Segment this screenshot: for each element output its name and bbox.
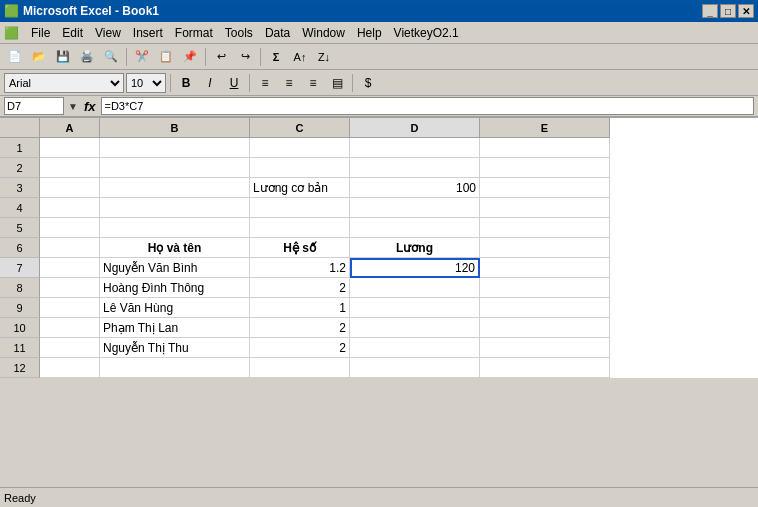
cell-b9[interactable]: Lê Văn Hùng: [100, 298, 250, 318]
print-preview-button[interactable]: 🔍: [100, 46, 122, 68]
cell-d11[interactable]: [350, 338, 480, 358]
col-header-b[interactable]: B: [100, 118, 250, 138]
cell-b10[interactable]: Phạm Thị Lan: [100, 318, 250, 338]
cell-c2[interactable]: [250, 158, 350, 178]
cell-a11[interactable]: [40, 338, 100, 358]
new-button[interactable]: 📄: [4, 46, 26, 68]
row-header-9[interactable]: 9: [0, 298, 40, 318]
cell-e9[interactable]: [480, 298, 610, 318]
col-header-c[interactable]: C: [250, 118, 350, 138]
row-header-4[interactable]: 4: [0, 198, 40, 218]
cell-a10[interactable]: [40, 318, 100, 338]
save-button[interactable]: 💾: [52, 46, 74, 68]
undo-button[interactable]: ↩: [210, 46, 232, 68]
cell-d7[interactable]: 120: [350, 258, 480, 278]
menu-data[interactable]: Data: [259, 24, 296, 42]
italic-button[interactable]: I: [199, 72, 221, 94]
bold-button[interactable]: B: [175, 72, 197, 94]
cell-a1[interactable]: [40, 138, 100, 158]
cell-a5[interactable]: [40, 218, 100, 238]
cell-b6[interactable]: Họ và tên: [100, 238, 250, 258]
menu-edit[interactable]: Edit: [56, 24, 89, 42]
menu-format[interactable]: Format: [169, 24, 219, 42]
copy-button[interactable]: 📋: [155, 46, 177, 68]
cell-a4[interactable]: [40, 198, 100, 218]
align-left-button[interactable]: ≡: [254, 72, 276, 94]
cell-e12[interactable]: [480, 358, 610, 378]
cell-c9[interactable]: 1: [250, 298, 350, 318]
cell-b3[interactable]: [100, 178, 250, 198]
cell-c10[interactable]: 2: [250, 318, 350, 338]
menu-tools[interactable]: Tools: [219, 24, 259, 42]
row-header-12[interactable]: 12: [0, 358, 40, 378]
row-header-6[interactable]: 6: [0, 238, 40, 258]
row-header-2[interactable]: 2: [0, 158, 40, 178]
cell-b2[interactable]: [100, 158, 250, 178]
cell-a9[interactable]: [40, 298, 100, 318]
cell-c5[interactable]: [250, 218, 350, 238]
row-header-3[interactable]: 3: [0, 178, 40, 198]
cell-c12[interactable]: [250, 358, 350, 378]
row-header-7[interactable]: 7: [0, 258, 40, 278]
font-selector[interactable]: Arial: [4, 73, 124, 93]
col-header-a[interactable]: A: [40, 118, 100, 138]
row-header-10[interactable]: 10: [0, 318, 40, 338]
cell-c11[interactable]: 2: [250, 338, 350, 358]
cell-b4[interactable]: [100, 198, 250, 218]
currency-button[interactable]: $: [357, 72, 379, 94]
minimize-button[interactable]: _: [702, 4, 718, 18]
row-header-11[interactable]: 11: [0, 338, 40, 358]
cell-b1[interactable]: [100, 138, 250, 158]
cell-a2[interactable]: [40, 158, 100, 178]
cell-d12[interactable]: [350, 358, 480, 378]
cell-e7[interactable]: [480, 258, 610, 278]
redo-button[interactable]: ↪: [234, 46, 256, 68]
menu-help[interactable]: Help: [351, 24, 388, 42]
cell-b5[interactable]: [100, 218, 250, 238]
close-button[interactable]: ✕: [738, 4, 754, 18]
col-header-e[interactable]: E: [480, 118, 610, 138]
cell-d5[interactable]: [350, 218, 480, 238]
cell-b7[interactable]: Nguyễn Văn Bình: [100, 258, 250, 278]
row-header-8[interactable]: 8: [0, 278, 40, 298]
cell-e11[interactable]: [480, 338, 610, 358]
dropdown-arrow-icon[interactable]: ▼: [68, 101, 78, 112]
maximize-button[interactable]: □: [720, 4, 736, 18]
autosum-button[interactable]: Σ: [265, 46, 287, 68]
cell-e10[interactable]: [480, 318, 610, 338]
cell-b8[interactable]: Hoàng Đình Thông: [100, 278, 250, 298]
cell-e5[interactable]: [480, 218, 610, 238]
cell-reference-box[interactable]: D7: [4, 97, 64, 115]
sort-asc-button[interactable]: A↑: [289, 46, 311, 68]
cell-d2[interactable]: [350, 158, 480, 178]
cell-e3[interactable]: [480, 178, 610, 198]
cell-c3[interactable]: Lương cơ bản: [250, 178, 350, 198]
cell-a8[interactable]: [40, 278, 100, 298]
align-right-button[interactable]: ≡: [302, 72, 324, 94]
cell-b12[interactable]: [100, 358, 250, 378]
cell-e1[interactable]: [480, 138, 610, 158]
cut-button[interactable]: ✂️: [131, 46, 153, 68]
print-button[interactable]: 🖨️: [76, 46, 98, 68]
cell-d3[interactable]: 100: [350, 178, 480, 198]
cell-d10[interactable]: [350, 318, 480, 338]
cell-a7[interactable]: [40, 258, 100, 278]
menu-view[interactable]: View: [89, 24, 127, 42]
cell-d8[interactable]: [350, 278, 480, 298]
row-header-5[interactable]: 5: [0, 218, 40, 238]
merge-button[interactable]: ▤: [326, 72, 348, 94]
cell-e2[interactable]: [480, 158, 610, 178]
underline-button[interactable]: U: [223, 72, 245, 94]
cell-e8[interactable]: [480, 278, 610, 298]
cell-c8[interactable]: 2: [250, 278, 350, 298]
formula-input[interactable]: [101, 97, 754, 115]
open-button[interactable]: 📂: [28, 46, 50, 68]
row-header-1[interactable]: 1: [0, 138, 40, 158]
cell-d6[interactable]: Lương: [350, 238, 480, 258]
cell-d9[interactable]: [350, 298, 480, 318]
cell-b11[interactable]: Nguyễn Thị Thu: [100, 338, 250, 358]
font-size-selector[interactable]: 10: [126, 73, 166, 93]
cell-a6[interactable]: [40, 238, 100, 258]
paste-button[interactable]: 📌: [179, 46, 201, 68]
cell-a3[interactable]: [40, 178, 100, 198]
